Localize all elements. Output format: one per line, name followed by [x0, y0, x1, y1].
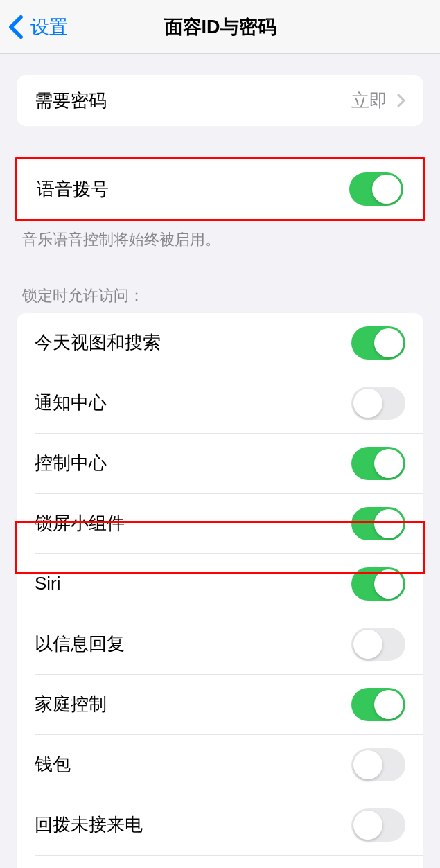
home-control-label: 家庭控制 [35, 692, 107, 716]
chevron-right-icon [397, 94, 405, 107]
reply-message-row: 以信息回复 [17, 614, 423, 674]
notification-center-label: 通知中心 [35, 391, 107, 415]
nav-header: 设置 面容ID与密码 [0, 0, 440, 54]
voice-dial-highlight: 语音拨号 [15, 157, 425, 221]
siri-toggle[interactable] [351, 567, 405, 601]
notification-center-row: 通知中心 [17, 373, 423, 433]
page-title: 面容ID与密码 [164, 15, 276, 39]
home-control-row: 家庭控制 [17, 675, 423, 734]
back-button[interactable]: 设置 [0, 15, 68, 39]
require-passcode-row[interactable]: 需要密码 立即 [17, 75, 423, 126]
back-label: 设置 [30, 15, 68, 39]
today-view-row: 今天视图和搜索 [17, 313, 423, 373]
control-center-toggle[interactable] [351, 447, 405, 480]
control-center-label: 控制中心 [35, 451, 107, 475]
wallet-row: 钱包 [17, 735, 423, 795]
reply-message-toggle[interactable] [351, 628, 405, 661]
siri-row: Siri [17, 554, 423, 614]
usb-accessories-row: USB配件 [17, 856, 423, 868]
require-passcode-value: 立即 [351, 89, 387, 113]
today-view-toggle[interactable] [351, 326, 405, 360]
return-calls-label: 回拨未接来电 [35, 813, 143, 837]
today-view-label: 今天视图和搜索 [35, 330, 161, 355]
lock-access-group: 今天视图和搜索 通知中心 控制中心 锁屏小组件 Siri 以信息回复 [17, 313, 423, 868]
voice-dial-row: 语音拨号 [17, 159, 423, 219]
voice-dial-toggle[interactable] [349, 172, 403, 206]
lock-widgets-row: 锁屏小组件 [17, 494, 423, 553]
voice-dial-label: 语音拨号 [37, 177, 109, 202]
wallet-toggle[interactable] [351, 748, 405, 781]
require-passcode-group: 需要密码 立即 [17, 75, 423, 126]
notification-center-toggle[interactable] [351, 387, 405, 420]
home-control-toggle[interactable] [351, 688, 405, 721]
voice-dial-footer: 音乐语音控制将始终被启用。 [0, 221, 440, 259]
wallet-label: 钱包 [35, 752, 71, 777]
lock-widgets-toggle[interactable] [351, 507, 405, 540]
lock-access-header: 锁定时允许访问： [0, 278, 440, 313]
return-calls-row: 回拨未接来电 [17, 795, 423, 855]
require-passcode-label: 需要密码 [35, 89, 107, 113]
chevron-left-icon [8, 15, 24, 39]
return-calls-toggle[interactable] [351, 808, 405, 842]
reply-message-label: 以信息回复 [35, 632, 125, 656]
control-center-row: 控制中心 [17, 434, 423, 493]
siri-label: Siri [35, 573, 61, 594]
lock-widgets-label: 锁屏小组件 [35, 511, 125, 535]
